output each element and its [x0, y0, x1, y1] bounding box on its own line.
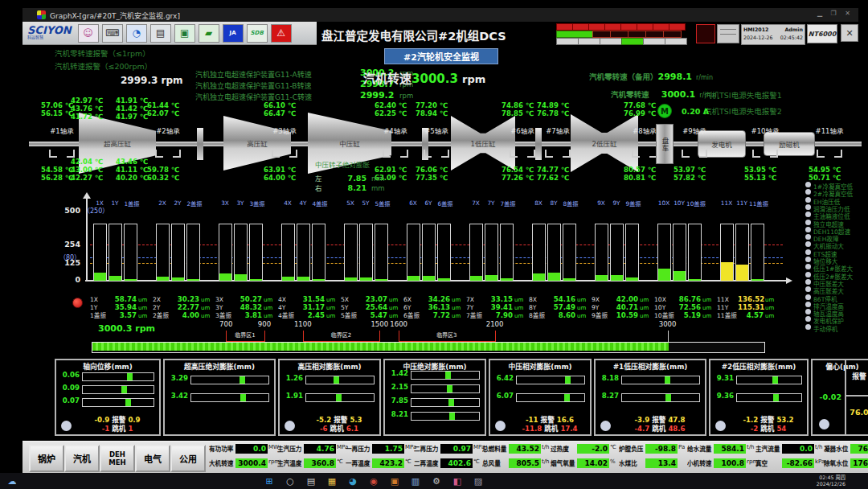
bearing-temp-top: 57.06 ℃ [41, 101, 73, 109]
bar-value: 4.00 [174, 311, 199, 319]
bearing-label: #10轴承 [747, 125, 783, 135]
users-icon[interactable]: ☺ [78, 24, 99, 43]
measurement-cell: 小机转速100.8rpm [687, 458, 755, 471]
cards-icon[interactable]: ▰ [199, 24, 219, 43]
bar-group-label: 7X [469, 199, 482, 207]
measurement-value: 43.52 [509, 444, 541, 454]
nav-button[interactable]: DEH MEH [100, 445, 135, 472]
y-tick-label: 500 [56, 206, 80, 215]
mode-box[interactable] [717, 24, 739, 43]
edge-icon[interactable]: ◕ [346, 475, 360, 487]
office-icon[interactable]: ▣ [387, 475, 402, 487]
search-icon[interactable]: ○ [283, 475, 297, 487]
settings-icon[interactable]: ⚙ [429, 475, 444, 487]
rpm-scale: 3000.3 rpm70090011001500160021003000临界区1… [87, 320, 852, 355]
measurement-value: -2.0 [577, 444, 609, 454]
turning-gear-label: 盘车 [660, 138, 669, 151]
notepad-icon[interactable]: ▥ [408, 475, 423, 487]
alarm-bell-icon[interactable]: ⚠ [271, 24, 292, 43]
zero-speed-backup-value: 2998.1 [658, 72, 692, 82]
measurement-label: 给水流量 [687, 444, 714, 453]
panel-bar-marker [336, 394, 342, 401]
status-indicator-icon [805, 189, 811, 195]
speed-label: 汽机转速 [363, 72, 411, 86]
vibration-bar-fill [157, 277, 169, 281]
screen: GraphX-[gra/#20T_汽机安全监视.grx] ▁ ❐ ✕ SCIYO… [0, 0, 868, 489]
close-button[interactable]: ✕ [841, 24, 858, 42]
panel-indicator-icon [285, 421, 295, 431]
uhp-temp-top: 42.97 ℃ [71, 97, 103, 105]
divider [846, 395, 868, 397]
monitor-icon[interactable]: ▣ [174, 24, 195, 43]
vibration-bar [610, 224, 624, 281]
bottom-bar: 锅炉汽机DEH MEH电气公用 有功功率0.0MW主汽压力4.76MPa一再压力… [23, 441, 868, 474]
bearing-bracket [682, 150, 690, 158]
bar-group-label: 2X [156, 199, 169, 207]
bearing-temp-top: 61.44 ℃ [147, 101, 179, 109]
bearing-bracket [834, 150, 842, 158]
bar-group-label: 7Y [485, 199, 497, 207]
sdb-icon[interactable]: SDB [247, 24, 268, 43]
vibration-bar [422, 224, 436, 281]
panel-bar-value: 6.07 [492, 392, 514, 400]
uhp-temp-top: 41.97 ℃ [116, 113, 148, 121]
ja-icon[interactable]: JA [223, 24, 244, 43]
nav-button[interactable]: 公用 [170, 445, 206, 472]
vibration-bar [219, 224, 232, 281]
bar-group-label: 11Y [735, 199, 748, 207]
panel-bar-marker [773, 394, 779, 401]
bearing-temp-top: 77.20 ℃ [416, 101, 448, 109]
shaft-coupling [197, 128, 203, 160]
cover-alarm-scale-label: （80） [59, 253, 80, 261]
vibration-bar [563, 224, 576, 281]
folder-icon[interactable]: ▦ [325, 475, 339, 487]
vibration-bar-fill [751, 279, 764, 281]
vibration-bar [547, 224, 561, 281]
zero-speed-alarm-label: 汽机零转速报警（≤1rpm） [55, 47, 150, 59]
bearing-temp-top: 74.89 ℃ [537, 101, 569, 109]
rpm-tick [379, 331, 380, 342]
vibration-bar-fill [533, 273, 545, 281]
vibration-bar-fill [470, 276, 482, 281]
bar-value-row: 9盖振10.59um [592, 306, 654, 321]
vibration-bar [720, 224, 734, 281]
nav-button[interactable]: 汽机 [64, 445, 100, 472]
nav-button[interactable]: 电气 [135, 445, 170, 472]
panel-indicator-icon [495, 421, 506, 431]
alarm-cell [592, 31, 611, 38]
vibration-bar-fill [345, 277, 357, 281]
bearing-temp-bottom: 55.13 ℃ [744, 174, 776, 182]
bearing-label: #2轴承 [150, 125, 186, 135]
brand-logo: SCIYON 科远智慧 [27, 26, 72, 41]
panel-bar-value: 9.36 [712, 392, 734, 400]
bearing-temp-bottom: 59.78 ℃ [147, 166, 179, 174]
terminal-icon[interactable]: ▨ [471, 475, 485, 487]
paint-icon[interactable]: ◧ [450, 475, 465, 487]
status-indicator-icon [805, 257, 811, 262]
chrome-icon[interactable]: ◉ [366, 475, 381, 487]
bar-group-label: 10X [657, 199, 670, 207]
measurement-label: 二再温度 [414, 458, 440, 467]
alarm-summary-box[interactable] [696, 24, 715, 43]
bearing-bracket [817, 150, 825, 158]
measurement-label: 总风量 [482, 458, 509, 467]
measurement-unit: t/h [747, 444, 755, 450]
status-indicator-icon [805, 309, 811, 314]
measurement-unit: % [610, 458, 616, 465]
nav-button[interactable]: 锅炉 [29, 445, 64, 472]
alarm-cell [620, 23, 637, 31]
taskbar-clock[interactable]: 02:45 周四 2024/12/26 [817, 475, 845, 487]
bearing-bracket [545, 150, 553, 158]
window-controls[interactable]: ▁ ❐ ✕ [817, 10, 854, 17]
vibration-bar [485, 224, 498, 281]
user-switch-icon[interactable]: ◔ [126, 24, 147, 43]
bar-value-row: 5盖振5.47um [341, 306, 403, 321]
print-icon[interactable]: ▤ [150, 24, 171, 43]
status-indicator-icon [805, 204, 811, 210]
measurement-cell: 给水流量584.1t/h [687, 444, 755, 456]
taskview-icon[interactable]: ▤ [304, 475, 318, 487]
start-icon[interactable]: ⊞ [262, 475, 276, 487]
weather-icon[interactable]: ☁ [5, 475, 19, 487]
keyboard-icon[interactable]: ⌨ [102, 24, 123, 43]
vibration-bar [437, 224, 451, 281]
